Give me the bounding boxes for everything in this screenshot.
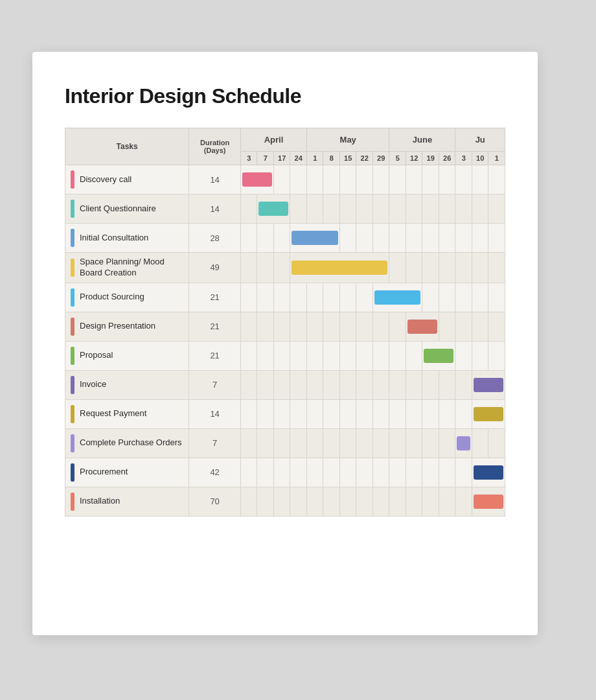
gantt-empty-cell <box>439 253 455 283</box>
tasks-header: Tasks <box>65 128 189 165</box>
gantt-empty-cell <box>290 283 307 312</box>
table-row: Proposal21 <box>65 341 505 370</box>
gantt-empty-cell <box>257 428 274 458</box>
date-jun-26: 26 <box>439 152 455 165</box>
gantt-empty-cell <box>240 283 257 312</box>
gantt-empty-cell <box>290 194 307 224</box>
gantt-empty-cell <box>306 370 323 399</box>
gantt-empty-cell <box>323 370 340 399</box>
task-color-indicator <box>71 229 74 247</box>
gantt-bar-cell <box>290 224 340 253</box>
task-label: Space Planning/ Mood Board Creation <box>80 257 182 279</box>
task-name-cell: Design Presentation <box>65 312 189 341</box>
gantt-empty-cell <box>372 428 389 458</box>
gantt-empty-cell <box>257 312 274 341</box>
gantt-empty-cell <box>356 283 373 312</box>
duration-cell: 14 <box>189 165 241 194</box>
task-label: Product Sourcing <box>80 292 144 303</box>
gantt-empty-cell <box>488 165 505 194</box>
gantt-empty-cell <box>455 165 472 194</box>
gantt-empty-cell <box>455 224 472 253</box>
date-apr-17: 17 <box>273 152 290 165</box>
gantt-empty-cell <box>389 487 406 516</box>
gantt-empty-cell <box>422 399 439 428</box>
gantt-empty-cell <box>290 312 307 341</box>
gantt-empty-cell <box>257 283 274 312</box>
gantt-empty-cell <box>306 165 323 194</box>
gantt-empty-cell <box>372 370 389 399</box>
date-jul-17: 1 <box>488 152 505 165</box>
gantt-empty-cell <box>257 458 274 487</box>
gantt-empty-cell <box>406 428 422 458</box>
gantt-empty-cell <box>306 283 323 312</box>
gantt-bar <box>424 349 453 363</box>
gantt-bar-cell <box>472 370 505 399</box>
gantt-empty-cell <box>389 224 406 253</box>
duration-cell: 14 <box>189 399 241 428</box>
date-may-15: 15 <box>339 152 356 165</box>
gantt-empty-cell <box>356 370 373 399</box>
duration-cell: 42 <box>189 458 241 487</box>
gantt-empty-cell <box>488 341 505 370</box>
task-label: Initial Consultation <box>80 233 148 244</box>
table-row: Design Presentation21 <box>65 312 505 341</box>
gantt-empty-cell <box>290 165 307 194</box>
task-name-cell: Complete Purchase Orders <box>65 428 189 458</box>
gantt-empty-cell <box>323 312 340 341</box>
gantt-empty-cell <box>455 283 472 312</box>
gantt-empty-cell <box>323 399 340 428</box>
gantt-empty-cell <box>356 428 373 458</box>
gantt-empty-cell <box>257 341 274 370</box>
gantt-empty-cell <box>257 370 274 399</box>
gantt-bar <box>474 465 503 480</box>
gantt-empty-cell <box>389 312 406 341</box>
gantt-empty-cell <box>422 428 439 458</box>
gantt-empty-cell <box>290 370 307 399</box>
gantt-empty-cell <box>406 224 422 253</box>
gantt-empty-cell <box>240 194 257 224</box>
gantt-empty-cell <box>323 487 340 516</box>
task-color-indicator <box>71 200 74 218</box>
gantt-empty-cell <box>306 428 323 458</box>
gantt-empty-cell <box>356 194 373 224</box>
gantt-empty-cell <box>488 283 505 312</box>
july-header: Ju <box>455 128 505 152</box>
task-color-indicator <box>71 347 74 365</box>
gantt-empty-cell <box>406 370 422 399</box>
gantt-empty-cell <box>389 194 406 224</box>
gantt-empty-cell <box>339 458 356 487</box>
gantt-empty-cell <box>323 341 340 370</box>
date-jun-12: 12 <box>406 152 422 165</box>
gantt-empty-cell <box>273 458 290 487</box>
gantt-bar-cell <box>406 312 439 341</box>
gantt-empty-cell <box>240 312 257 341</box>
gantt-bar <box>474 407 503 421</box>
table-row: Invoice7 <box>65 370 505 399</box>
gantt-empty-cell <box>339 341 356 370</box>
task-name-cell: Proposal <box>65 341 189 370</box>
gantt-empty-cell <box>356 165 373 194</box>
gantt-empty-cell <box>273 428 290 458</box>
table-row: Discovery call14 <box>65 165 505 194</box>
gantt-empty-cell <box>240 341 257 370</box>
gantt-empty-cell <box>273 283 290 312</box>
duration-cell: 7 <box>189 428 241 458</box>
gantt-bar <box>292 231 338 245</box>
gantt-empty-cell <box>356 458 373 487</box>
duration-cell: 28 <box>189 224 241 253</box>
gantt-empty-cell <box>372 224 389 253</box>
gantt-empty-cell <box>439 458 455 487</box>
page-container: Interior Design Schedule Tasks Duration(… <box>32 52 538 635</box>
gantt-bar <box>407 320 437 334</box>
gantt-empty-cell <box>339 194 356 224</box>
table-row: Space Planning/ Mood Board Creation49 <box>65 253 505 283</box>
task-label: Request Payment <box>80 408 146 419</box>
gantt-empty-cell <box>406 253 422 283</box>
gantt-empty-cell <box>439 165 455 194</box>
may-header: May <box>306 128 389 152</box>
duration-cell: 49 <box>189 253 241 283</box>
gantt-empty-cell <box>472 253 488 283</box>
gantt-empty-cell <box>290 487 307 516</box>
gantt-empty-cell <box>422 253 439 283</box>
gantt-empty-cell <box>306 487 323 516</box>
